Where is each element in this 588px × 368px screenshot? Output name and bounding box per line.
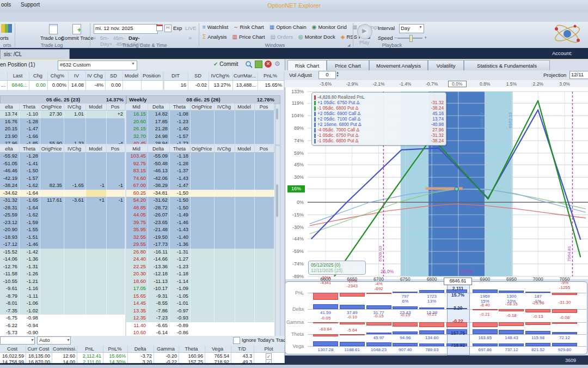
spinner-arrows-icon[interactable]: ▲▼	[336, 71, 339, 77]
column-header[interactable]: IVChg	[215, 104, 235, 111]
column-header[interactable]: Mid	[126, 104, 148, 111]
option-row[interactable]: 83.15-46.13-1.37	[126, 167, 274, 175]
column-header[interactable]: OrigPrice	[40, 146, 64, 153]
column-header[interactable]: Pos	[107, 146, 125, 153]
column-header[interactable]: IVChg	[215, 146, 235, 153]
option-row[interactable]: 16.1514.82-1.08	[126, 111, 274, 118]
column-header[interactable]: Commissi...	[52, 346, 77, 353]
column-header[interactable]: Vega	[205, 346, 231, 353]
speed-slider-handle[interactable]	[409, 35, 413, 42]
export-icon[interactable]	[255, 61, 262, 68]
option-row[interactable]: 18.60-11.13-1.14	[126, 278, 274, 286]
option-row[interactable]: 16.76-1.28	[0, 118, 125, 126]
option-row[interactable]: -46.46-1.50	[0, 167, 125, 175]
option-row[interactable]: -20.90-1.55	[0, 226, 125, 234]
column-header[interactable]: Model	[86, 146, 107, 153]
commit-trade-button[interactable]: Commit Trade	[61, 35, 94, 41]
column-header[interactable]: Last	[8, 71, 29, 81]
option-row[interactable]: -7.35-1.02	[0, 307, 125, 315]
option-row[interactable]: 11.40-6.65-0.89	[126, 322, 274, 330]
windows-item-option-chain[interactable]: ▦Option Chain	[270, 24, 307, 30]
puts-scrollbar[interactable]	[275, 146, 280, 338]
option-row[interactable]: 92.75-50.48-1.28	[126, 160, 274, 168]
column-header[interactable]: Chg%	[48, 71, 69, 81]
column-header[interactable]: SD	[106, 71, 123, 81]
vol-adjust-spinner[interactable]: 0	[318, 71, 336, 79]
option-row[interactable]: 26.1521.28-1.40	[126, 125, 274, 133]
option-row[interactable]: 26.80-16.11-1.31	[126, 249, 274, 256]
option-row[interactable]: 24.40-14.66-1.27	[126, 256, 274, 263]
column-header[interactable]: Model	[86, 104, 107, 111]
column-header[interactable]: elta	[0, 104, 20, 111]
option-row[interactable]: -15.52-1.42	[0, 249, 125, 256]
column-header[interactable]: IV	[69, 71, 86, 81]
column-header[interactable]: PnL%	[258, 71, 284, 81]
trading-date-input[interactable]: mi. 12 nov. 2025	[94, 24, 158, 34]
column-header[interactable]	[0, 71, 8, 81]
tab-statistics-fundamentals[interactable]: Statistics & Fundamentals	[464, 60, 550, 70]
option-row[interactable]: 22.25-13.36-1.23	[126, 263, 274, 271]
column-header[interactable]: OrigPrice	[191, 146, 215, 153]
option-row[interactable]: -10.55-1.21	[0, 278, 125, 286]
option-row[interactable]: 17.05-10.17-1.09	[126, 285, 274, 293]
column-header[interactable]: IVChg	[64, 146, 86, 153]
column-header[interactable]: Chg	[29, 71, 48, 81]
option-row[interactable]: -11.58-1.26	[0, 270, 125, 278]
option-row[interactable]: 23.90-1.66	[0, 133, 125, 141]
column-header[interactable]: Theta	[170, 146, 191, 153]
option-row[interactable]: 20.30-12.18-1.18	[126, 270, 274, 278]
column-header[interactable]: elta	[0, 146, 20, 153]
column-header[interactable]: Plot	[254, 346, 285, 353]
tab-price-chart[interactable]: Price Chart	[327, 60, 369, 70]
option-row[interactable]: 74.60-42.06-1.43	[126, 175, 274, 183]
step-back-icon[interactable]: «	[93, 34, 96, 41]
option-row[interactable]: -6.75-0.98	[0, 315, 125, 322]
option-row[interactable]: 67.00-38.29-1.47	[126, 182, 274, 190]
column-header[interactable]: OrigPrice	[191, 104, 215, 111]
option-row[interactable]: -17.12-1.46	[0, 241, 125, 249]
column-header[interactable]: Theta	[20, 104, 40, 111]
option-row[interactable]: -25.59-1.62	[0, 212, 125, 219]
option-row[interactable]: 40.4528.94-1.73	[126, 140, 274, 144]
column-header[interactable]: IVChg	[64, 104, 86, 111]
close-icon[interactable]: ✕	[265, 61, 272, 68]
option-row[interactable]: 20.15-1.47	[0, 125, 125, 133]
date-nav-Day-[interactable]: Day-	[128, 35, 140, 41]
option-row[interactable]: 35.95-21.48-1.43	[126, 226, 274, 234]
column-header[interactable]: Model	[235, 146, 255, 153]
option-row[interactable]: 13.74-1.1027.301.01+2	[0, 111, 125, 118]
calendar-icon[interactable]	[156, 25, 163, 31]
column-header[interactable]: DIT	[164, 71, 188, 81]
tab-volatility[interactable]: Volatility	[428, 60, 464, 70]
option-row[interactable]: -42.19-1.57	[0, 175, 125, 183]
option-row[interactable]: 48.85-28.72-1.50	[126, 204, 274, 212]
column-header[interactable]: SD	[188, 71, 209, 81]
column-header[interactable]: Delta	[148, 104, 170, 111]
column-header[interactable]: Pos	[107, 104, 125, 111]
windows-item-watchlist[interactable]: ≡Watchlist	[203, 24, 228, 30]
date-nav-5m-[interactable]: 5m-	[100, 35, 109, 41]
option-row[interactable]: 32.55-19.50-1.40	[126, 234, 274, 242]
option-row[interactable]: -9.61-1.16	[0, 285, 125, 293]
analysis-tab[interactable]: sis: /CL	[0, 49, 70, 59]
option-row[interactable]: -8.79-1.11	[0, 293, 125, 300]
option-row[interactable]: 13.35-7.86-0.97	[126, 307, 274, 315]
history-button[interactable]: H	[164, 25, 171, 32]
option-row[interactable]: -34.62-1.64	[0, 190, 125, 197]
speed-minus-icon[interactable]: −	[394, 35, 397, 40]
speed-plus-icon[interactable]: +	[424, 35, 427, 40]
totals-row[interactable]: 16,022.5918,135.0012.602,112.4115.66%-3.…	[0, 353, 285, 359]
windows-item-monitor-dock[interactable]: ◎Monitor Dock	[298, 34, 335, 40]
option-row[interactable]: -55.92-1.28	[0, 153, 125, 160]
column-header[interactable]: Mid	[126, 146, 148, 153]
column-header[interactable]: Cost	[0, 346, 26, 353]
search-icon[interactable]	[245, 61, 253, 68]
option-row[interactable]: 14.45-8.55-1.01	[126, 300, 274, 307]
footer-left-select[interactable]: ▼	[0, 336, 35, 345]
column-header[interactable]: CurrMar...	[233, 71, 258, 81]
tab-movement-analysis[interactable]: Movement Analysis	[369, 60, 428, 70]
auto-select[interactable]: Auto▼	[37, 336, 71, 345]
option-row[interactable]: 39.75-23.65-1.46	[126, 219, 274, 227]
option-row[interactable]: 29.55-17.73-1.36	[126, 241, 274, 249]
column-header[interactable]: Theta	[20, 146, 40, 153]
